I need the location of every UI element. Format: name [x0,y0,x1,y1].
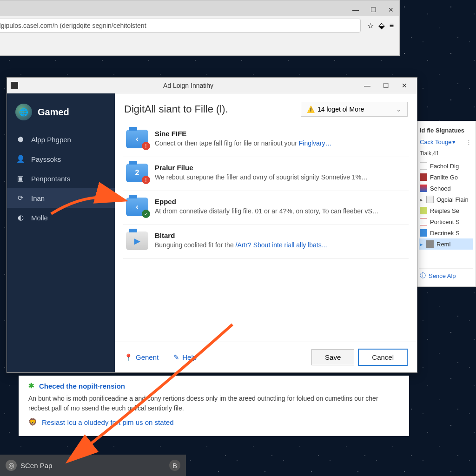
sidebar-item-payssoks[interactable]: 👤Payssoks [7,149,115,169]
item-link[interactable]: Finglvary… [299,139,332,147]
item-desc: We rebout surepune the filler and ovrry … [155,173,406,181]
page-title: DigitAll siant to Fille (l). [124,103,296,115]
browser-window-controls: — ☐ ✕ [347,3,399,16]
close-icon[interactable]: ✕ [383,3,399,16]
item-desc: Bunguing coolited fit for the /Artr? Sbo… [155,241,406,249]
list-item[interactable]: 2! Pralur FilueWe rebout surepune the fi… [123,157,409,191]
extension-icon[interactable]: ⬙ [378,20,385,31]
lion-icon: 🦁 [28,418,37,426]
bottom-content-strip: ✱ Checed the nopilt-rension An bunt who … [19,376,409,436]
help-link[interactable]: ✎Help [173,353,197,362]
folder-icon: ‹! [126,130,148,148]
right-panel-dropdown[interactable]: Cack Touge ▾ ⋮ [419,136,473,148]
check-badge-icon: ✓ [142,210,150,218]
dialog-maximize-icon[interactable]: ☐ [377,79,395,92]
list-item[interactable]: ‹✓ EppedAt drom connetive distarly filig… [123,191,409,225]
taskbar-app-icon: ◎ [6,460,17,471]
sidebar-item-molle[interactable]: ◐Molle [7,208,115,227]
half-circle-icon: ◐ [16,213,25,222]
minimize-icon[interactable]: — [347,3,364,16]
right-panel-dropdown-label: Cack Touge [420,139,451,145]
sidebar: 🌐 Gamed ⬢Alpp Phgpen 👤Payssoks ▣Penponta… [7,93,115,372]
bottom-link[interactable]: 🦁 Resiast Icu a oludedy fort pim us on s… [28,418,399,426]
play-folder-icon: ▶ [126,231,148,250]
maximize-icon[interactable]: ☐ [365,3,382,16]
list-item[interactable]: Fachol Dig [419,160,473,172]
address-input[interactable]: 🔒 helgipulos.casel.com/n (derigdqite seg… [0,19,361,33]
item-list: ‹! Sine FIFEConect or then tape fall fil… [115,123,417,259]
star-icon[interactable]: ☆ [367,21,374,30]
menu-icon[interactable]: ≡ [390,21,394,30]
right-panel-footer[interactable]: ⓘ Sence Alp [419,268,473,283]
logo-text: Gamed [38,107,69,118]
refresh-icon: ⟳ [16,194,25,202]
bottom-heading[interactable]: ✱ Checed the nopilt-rension [28,382,399,394]
taskbar-b-icon[interactable]: B [169,460,180,471]
folder-icon: 2! [126,164,148,182]
dialog-window: Ad Loign Innatihy — ☐ ✕ 🌐 Gamed ⬢Alpp Ph… [7,77,417,373]
list-item[interactable]: ‹! Sine FIFEConect or then tape fall fil… [123,123,409,157]
list-item[interactable]: Porticent S [419,216,473,227]
dialog-close-icon[interactable]: ✕ [396,79,413,92]
right-panel: id fle Signatues Cack Touge ▾ ⋮ Tialk,41… [416,121,476,287]
list-item[interactable]: ▸Reml [419,238,473,250]
folder-icon: ‹✓ [126,198,148,216]
genent-link[interactable]: 📍Genent [124,353,159,362]
item-title: Bltard [155,231,406,241]
taskbar-item[interactable]: ◎ SCen Pap [6,460,52,471]
item-desc: Conect or then tape fall filg for file o… [155,139,406,147]
url-text: helgipulos.casel.com/n (derigdqite segni… [0,22,146,29]
person-icon: 👤 [16,155,25,163]
dialog-minimize-icon[interactable]: — [358,79,376,92]
address-bar-row: → ⟳ 🔒 helgipulos.casel.com/n (derigdqite… [0,16,399,35]
save-button[interactable]: Save [311,349,354,365]
taskbar: ◎ SCen Pap B [0,455,186,476]
item-desc: At drom connetive distarly filig file. 0… [155,207,406,215]
sidebar-item-alpp[interactable]: ⬢Alpp Phgpen [7,130,115,149]
item-title: Pralur Filue [155,164,406,173]
tab-bar: ley lxlam e × — ☐ ✕ [0,0,399,16]
dialog-titlebar: Ad Loign Innatihy — ☐ ✕ [7,78,417,93]
alert-badge-icon: ! [142,176,150,184]
main-panel: DigitAll siant to Fille (l). ⚠️14 loget … [115,93,417,372]
puzzle-icon: ✱ [28,382,34,390]
item-title: Epped [155,198,406,207]
item-link[interactable]: /Artr? Sbout inte riall ally lbats… [236,241,328,249]
chevron-down-icon: ▾ [452,139,456,145]
pencil-icon: ✎ [173,353,179,362]
logo-icon: 🌐 [15,104,32,120]
filter-dropdown[interactable]: ⚠️14 loget ol More ⌄ [301,102,408,117]
info-icon: ⓘ [420,271,426,280]
bottom-body-text: An bunt who is moth ponificeadine a and … [28,394,399,418]
alert-badge-icon: ! [142,142,150,150]
list-item[interactable]: Sehoed [419,183,473,194]
hexagon-icon: ⬢ [16,135,25,144]
chevron-icon: ⌄ [396,106,402,113]
dialog-app-icon [11,82,18,89]
right-panel-header: id fle Signatues [419,125,473,136]
right-panel-sub: Tialk,41 [419,148,473,160]
sidebar-item-inan[interactable]: ⟳Inan [7,188,115,208]
browser-window: ley lxlam e × — ☐ ✕ → ⟳ 🔒 helgipulos.cas… [0,0,400,56]
list-item[interactable]: Decrinek S [419,227,473,238]
dialog-title: Ad Loign Innatihy [18,82,358,89]
sidebar-item-penpontants[interactable]: ▣Penpontants [7,169,115,188]
square-icon: ▣ [16,174,25,183]
cancel-button[interactable]: Cancel [358,349,408,366]
dialog-footer: 📍Genent ✎Help Save Cancel [115,342,417,372]
list-item[interactable]: ▶ BltardBunguing coolited fit for the /A… [123,225,409,259]
sidebar-logo: 🌐 Gamed [7,98,115,130]
warning-icon: ⚠️ [307,106,315,113]
item-title: Sine FIFE [155,130,406,139]
pin-icon: 📍 [124,353,133,362]
list-item[interactable]: Fanilte Go [419,172,473,183]
list-item[interactable]: Reiples Se [419,205,473,216]
list-item[interactable]: ▸Ogcial Flain [419,194,473,205]
